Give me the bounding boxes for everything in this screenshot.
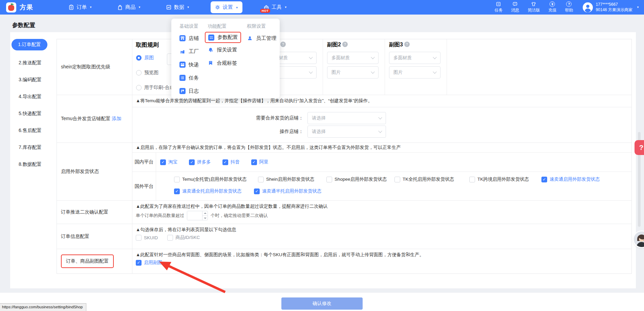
chevron-down-icon [371, 70, 374, 73]
menu-item-express[interactable]: 快递 [179, 61, 208, 69]
sub-image-2-material-select[interactable]: 多面材质 [327, 52, 379, 64]
sidebar-item-export-config[interactable]: 4.导出配置 [10, 92, 56, 101]
checkbox-enable-sub-image[interactable]: 启用副图 [136, 260, 162, 266]
quick-help[interactable]: ? 帮助 [565, 1, 573, 13]
menu-item-log[interactable]: 日志 [179, 87, 208, 95]
confirm-button[interactable]: 确认修改 [281, 297, 363, 310]
sub-image-2-type-select[interactable]: 图片 [327, 66, 379, 79]
nav-item-orders[interactable]: 订单▼ [64, 1, 96, 13]
goods-icon [117, 4, 123, 10]
chevron-down-icon: ▼ [138, 6, 141, 9]
hot-badge: HOT [260, 9, 271, 13]
checkbox-tk-full-external[interactable]: TK全托启用外部发货状态 [394, 176, 454, 182]
nav-menus: 订单▼ 商品▼ 数据▼ 设置▲ 工具▼ HOT [64, 1, 308, 13]
checkbox-aliexpress-semi-external[interactable]: 速卖通半托启用外部发货状态 [254, 188, 322, 194]
sidebar-item-push-config[interactable]: 2.推送配置 [10, 59, 56, 67]
stepper-down-icon[interactable] [202, 216, 208, 220]
radio-preview-image[interactable]: 预览图 [136, 70, 158, 76]
quick-messages[interactable]: 消息 [511, 1, 519, 13]
menu-item-customs[interactable]: 报关设置 [208, 46, 247, 54]
checkbox-shopee-external[interactable]: Shopee启用外部发货状态 [326, 176, 387, 182]
checkbox-icon [258, 177, 264, 182]
quick-tasks[interactable]: 任务 [494, 1, 502, 13]
nav-item-tools[interactable]: 工具▼ HOT [259, 1, 291, 13]
bookmark-icon [208, 60, 214, 66]
help-icon[interactable]: ? [404, 42, 410, 47]
operate-shop-select[interactable]: 请选择 [307, 126, 386, 138]
checkbox-icon [189, 159, 195, 165]
order-icon [68, 4, 74, 10]
checkbox-tk-cross-external[interactable]: TK跨境启用外部发货状态 [469, 176, 529, 182]
menu-item-staff[interactable]: 员工管理 [247, 34, 280, 42]
add-link[interactable]: 添加 [112, 116, 121, 122]
menu-section-basic: 基础设置 [179, 23, 208, 29]
checkbox-temu-external[interactable]: Temu(全托管)启用外部发货状态 [174, 176, 247, 182]
chevron-down-icon [371, 55, 374, 59]
checkbox-taobao[interactable]: 淘宝 [160, 159, 177, 165]
sidebar-item-code-config[interactable]: 3.编码配置 [10, 75, 56, 84]
brand-name: 方果 [20, 3, 33, 12]
sidebar-item-order-config[interactable]: 1.订单配置 [12, 39, 47, 50]
quantity-input[interactable] [187, 211, 202, 220]
menu-item-task[interactable]: 任务 [179, 74, 208, 82]
menu-item-shop[interactable]: 店铺 [179, 34, 208, 42]
page-title: 参数配置 [12, 21, 35, 29]
sidebar-item-data-config[interactable]: 8.数据配置 [10, 160, 56, 169]
checkbox-skuid[interactable]: SKUID [136, 235, 158, 241]
stepper-up-icon[interactable] [202, 211, 208, 216]
checkbox-aliexpress-full-external[interactable]: 速卖通全托启用外部发货状态 [174, 188, 242, 194]
checkbox-icon [541, 177, 547, 182]
avatar [583, 2, 593, 13]
sub-image-3-type-select[interactable]: 图片 [389, 66, 441, 79]
checkbox-product-id-skc[interactable]: 商品ID/SKC [167, 235, 200, 241]
radio-original-image[interactable]: 原图 [136, 55, 154, 61]
quick-recharge[interactable]: ¥ 充值 [548, 1, 556, 13]
checkbox-icon [251, 159, 257, 165]
nav-item-settings[interactable]: 设置▲ [211, 1, 242, 13]
sidebar-item-aftersale-config[interactable]: 6.售后配置 [10, 126, 56, 135]
tshirt-icon [531, 1, 536, 7]
merge-shops-select[interactable]: 请选择 [307, 112, 386, 124]
tasks-icon [496, 1, 501, 7]
quantity-stepper[interactable] [187, 211, 208, 220]
checkbox-icon [254, 188, 260, 194]
radio-icon [136, 55, 142, 61]
sidebar-item-stock-config[interactable]: 7.库存配置 [10, 143, 56, 152]
chevron-down-icon [433, 70, 436, 73]
app-logo-icon [6, 2, 16, 13]
nav-item-data[interactable]: 数据▼ [162, 1, 194, 13]
settings-dropdown-menu: 基础设置 店铺 工厂 快递 任务 日志 功能配置 参数配置 报关设置 [171, 19, 280, 98]
user-menu[interactable]: 177****5667 90146 方果演示商家 ▼ [583, 2, 639, 13]
menu-item-compliance[interactable]: 合规标签 [208, 59, 247, 67]
checkbox-douyin[interactable]: 抖音 [222, 159, 240, 165]
settings-icon [215, 4, 220, 10]
menu-section-permission: 权限设置 [247, 23, 280, 29]
menu-item-params-config-highlighted[interactable]: 参数配置 [205, 32, 241, 43]
sidebar-item-express-config[interactable]: 5.快递配置 [10, 109, 56, 118]
menu-item-factory[interactable]: 工厂 [179, 47, 208, 55]
table-row-temu: Temu合并发货店铺配置 添加 ▲将Temu能够合并发货的店铺配置到一起，并指定… [57, 95, 631, 143]
checkbox-icon [136, 260, 142, 266]
nav-right: 任务 消息 简洁版 ¥ 充值 ? 帮助 177****5667 90146 方果… [494, 1, 639, 13]
checkbox-ali[interactable]: 阿里 [251, 159, 269, 165]
help-icon[interactable]: ? [342, 42, 348, 47]
quantity-prefix-text: 单个订单的商品数量超过 [136, 213, 184, 219]
row-label: 订单、商品副图配置 [66, 258, 109, 264]
floating-help-button[interactable]: ? [635, 140, 644, 155]
field-label: 需要合并发货的店铺： [132, 115, 303, 121]
sub-image-3-material-select[interactable]: 多面材质 [389, 52, 441, 64]
table-row-external-shipping: 启用外部发货状态 ▲启用后，在除了方果平台确认发货的订单，将会置为【外部发货】状… [57, 143, 631, 201]
checkbox-aliexpress-external[interactable]: 速卖通启用外部发货状态 [541, 176, 600, 182]
warning-text: ▲此配置为了商家在推送过程中，因单个订单的商品数量超过设定数量，提醒商家进行二次… [132, 201, 631, 210]
help-icon[interactable]: ? [280, 42, 286, 47]
user-phone: 177****5667 [596, 2, 632, 7]
brand[interactable]: 方果 [6, 2, 33, 13]
quick-simple-version[interactable]: 简洁版 [528, 1, 540, 13]
annotation-red-box: 订单、商品副图配置 [61, 254, 114, 268]
nav-item-goods[interactable]: 商品▼ [113, 1, 145, 13]
checkbox-shein-external[interactable]: Shein启用外部发货状态 [258, 176, 315, 182]
chevron-down-icon [309, 55, 313, 59]
checkbox-pinduoduo[interactable]: 拼多多 [189, 159, 211, 165]
warning-text: ▲启用后，在除了方果平台确认发货的订单，将会置为【外部发货】状态。不启用后，这类… [132, 143, 631, 153]
table-row-sub-image: 订单、商品副图配置 ▲此配置针对一些商品有背面图、侧面图的场景，比如服饰类：每个… [57, 249, 631, 273]
